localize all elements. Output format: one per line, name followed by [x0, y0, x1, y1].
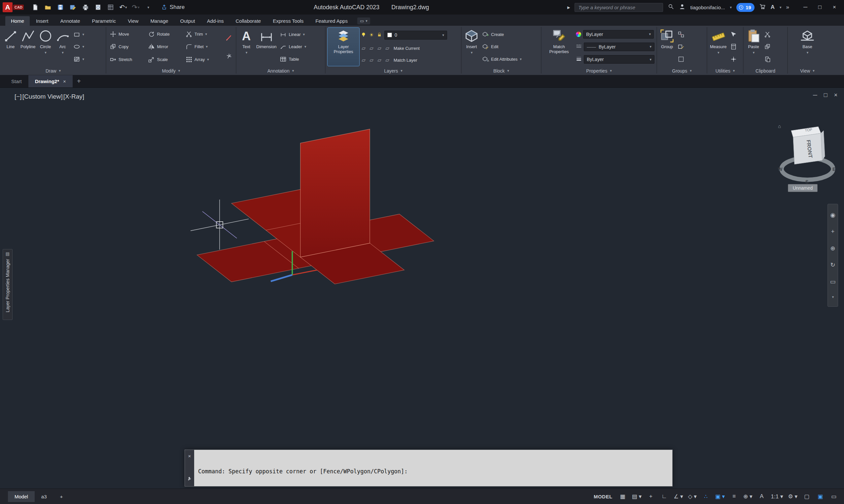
group-edit-button[interactable]: [676, 43, 686, 51]
arc-dropdown-arrow[interactable]: ▾: [62, 50, 64, 55]
paste-dropdown-arrow[interactable]: ▾: [753, 50, 755, 55]
toolbar-overflow-icon[interactable]: »: [786, 4, 789, 11]
scale-button[interactable]: Scale: [147, 53, 184, 66]
tab-add-ins[interactable]: Add-ins: [202, 16, 229, 26]
dimension-button[interactable]: Dimension: [256, 28, 277, 66]
layout-tab-a3[interactable]: a3: [35, 491, 53, 502]
panel-label-view[interactable]: View▾: [788, 67, 827, 75]
isolate-objects[interactable]: ▢: [801, 491, 812, 502]
panel-label-layers[interactable]: Layers▾: [326, 67, 461, 75]
notification-badge[interactable]: 19: [736, 3, 755, 12]
hatch-button[interactable]: ▾: [72, 55, 86, 63]
tab-output[interactable]: Output: [175, 16, 201, 26]
ortho-mode-toggle[interactable]: ∟: [659, 491, 670, 502]
rotate-button[interactable]: Rotate: [147, 28, 184, 40]
a-menu-arrow[interactable]: ▾: [780, 5, 781, 10]
grid-display-toggle[interactable]: ▦: [617, 491, 628, 502]
erase-button[interactable]: [224, 34, 234, 41]
text-button[interactable]: A Text ▾: [238, 28, 254, 66]
layer-lock-icon[interactable]: [376, 32, 382, 38]
model-space-indicator[interactable]: MODEL: [594, 494, 613, 499]
layer-state-icon-8[interactable]: ▱: [384, 57, 390, 63]
annotation-visibility-toggle[interactable]: A: [756, 491, 768, 502]
insert-button[interactable]: Insert ▾: [464, 28, 480, 66]
measure-button[interactable]: Measure ▾: [709, 28, 727, 66]
linetype-dropdown[interactable]: ——ByLayer▾: [584, 42, 654, 51]
lineweight-dropdown[interactable]: ByLayer▾: [584, 55, 654, 64]
pan-icon[interactable]: +: [831, 228, 835, 235]
viewcube-east-label[interactable]: E: [832, 166, 836, 172]
paste-special-button[interactable]: [763, 55, 772, 63]
save-as-icon[interactable]: [67, 2, 79, 13]
user-name[interactable]: tiagobonifacio...: [690, 5, 725, 10]
layer-state-icon-7[interactable]: ▱: [376, 57, 382, 63]
panel-label-groups[interactable]: Groups▾: [657, 67, 707, 75]
isodraft-toggle[interactable]: ◇ ▾: [687, 491, 698, 502]
circle-button[interactable]: Circle ▾: [38, 28, 53, 66]
panel-label-utilities[interactable]: Utilities▾: [707, 67, 743, 75]
zoom-icon[interactable]: ⊕: [830, 245, 835, 252]
tab-insert[interactable]: Insert: [30, 16, 54, 26]
autocad-logo[interactable]: A CAD: [3, 2, 24, 12]
autodesk-a-menu[interactable]: A: [771, 4, 775, 11]
orbit-icon[interactable]: ↻: [830, 261, 835, 269]
dynamic-input-toggle[interactable]: +: [645, 491, 656, 502]
line-button[interactable]: Line: [3, 28, 18, 66]
drawing-canvas[interactable]: [0, 88, 844, 488]
lineweight-toggle[interactable]: ≡: [728, 491, 740, 502]
panel-label-block[interactable]: Block▾: [462, 67, 541, 75]
layer-select-dropdown[interactable]: 0 ▾: [384, 31, 447, 40]
base-button[interactable]: Base ▾: [799, 28, 815, 66]
object-snap-toggle[interactable]: ▣ ▾: [714, 491, 726, 502]
window-maximize-button[interactable]: □: [814, 2, 826, 13]
ellipse-button[interactable]: ▾: [72, 43, 86, 51]
viewcube-south-label[interactable]: S: [805, 179, 808, 184]
measure-dropdown-arrow[interactable]: ▾: [718, 50, 720, 55]
linear-button[interactable]: Linear▾: [278, 31, 323, 38]
stretch-button[interactable]: Stretch: [108, 53, 146, 66]
fillet-button[interactable]: Fillet▾: [184, 40, 223, 53]
object-color-dropdown[interactable]: ByLayer▾: [583, 30, 654, 39]
group-button[interactable]: Group: [659, 28, 675, 66]
viewcube-west-label[interactable]: W: [778, 166, 782, 172]
layer-state-icon-1[interactable]: ▱: [361, 45, 366, 51]
circle-dropdown-arrow[interactable]: ▾: [45, 50, 47, 55]
layer-state-icon-4[interactable]: ▱: [384, 45, 390, 51]
arc-button[interactable]: Arc ▾: [55, 28, 71, 66]
viewport-minimize-icon[interactable]: ─: [813, 92, 817, 98]
search-expand-icon[interactable]: ▸: [567, 4, 570, 11]
viewport-minimize-control[interactable]: [−]: [15, 93, 22, 100]
trim-button[interactable]: Trim▾: [184, 28, 223, 40]
polyline-button[interactable]: Polyline: [20, 28, 36, 66]
annotation-scale-control[interactable]: 1:1 ▾: [770, 491, 785, 502]
share-button[interactable]: Share: [160, 4, 185, 11]
match-layer-button[interactable]: Match Layer: [392, 57, 419, 63]
model-tab[interactable]: Model: [8, 491, 35, 502]
command-customize-icon[interactable]: [187, 476, 192, 483]
layer-state-icon-2[interactable]: ▱: [368, 45, 375, 51]
app-store-cart-icon[interactable]: [759, 3, 766, 12]
copy-button[interactable]: Copy: [108, 40, 146, 53]
save-icon[interactable]: [55, 2, 66, 13]
new-layout-button[interactable]: +: [53, 491, 70, 502]
id-point-button[interactable]: [729, 55, 738, 63]
panel-label-properties[interactable]: Properties▾: [541, 67, 656, 75]
plot-icon[interactable]: [80, 2, 91, 13]
snap-mode-toggle[interactable]: ▤ ▾: [631, 491, 643, 502]
quick-calculator-button[interactable]: [729, 43, 738, 51]
group-selection-button[interactable]: [676, 55, 686, 63]
panel-label-clipboard[interactable]: Clipboard: [744, 67, 787, 75]
tab-parametric[interactable]: Parametric: [87, 16, 122, 26]
paste-button[interactable]: Paste ▾: [746, 28, 761, 66]
edit-attributes-button[interactable]: AEdit Attributes▾: [481, 55, 539, 63]
panel-label-draw[interactable]: Draw▾: [1, 67, 106, 75]
3d-osnap-toggle[interactable]: ⊕ ▾: [742, 491, 754, 502]
hardware-acceleration[interactable]: ▣: [815, 491, 826, 502]
window-minimize-button[interactable]: ─: [799, 2, 812, 13]
table-button[interactable]: Table: [278, 55, 323, 63]
plot-preview-icon[interactable]: [92, 2, 104, 13]
layer-properties-button[interactable]: Layer Properties: [328, 28, 359, 66]
base-dropdown-arrow[interactable]: ▾: [807, 50, 809, 55]
command-window[interactable]: × Command: Specify opposite corner or [F…: [185, 450, 673, 487]
new-file-icon[interactable]: [30, 2, 41, 13]
